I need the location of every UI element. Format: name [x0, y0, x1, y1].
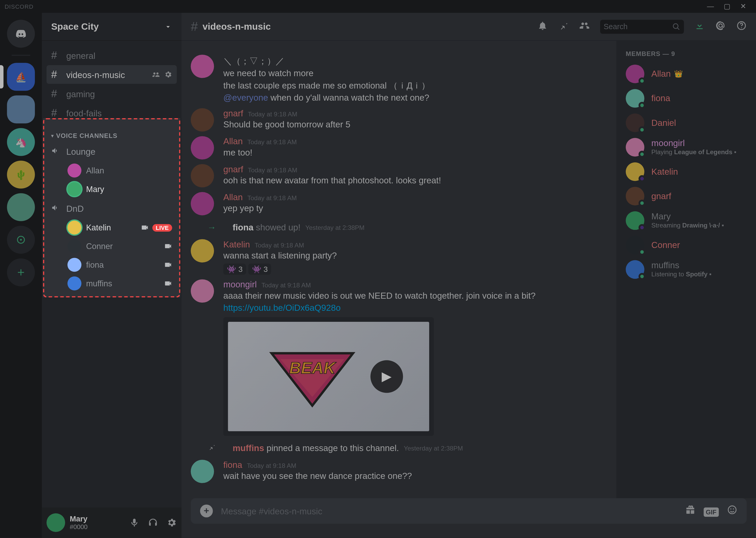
mic-icon[interactable]	[129, 517, 140, 528]
window-minimize-button[interactable]: —	[702, 2, 719, 11]
svg-point-7	[733, 508, 734, 509]
message-author[interactable]: gnarf	[223, 164, 243, 174]
voice-user[interactable]: Allan	[46, 161, 177, 180]
messages-list[interactable]: ＼（；▽；）／we need to watch morethe last cou…	[181, 41, 616, 498]
chat-header: # videos-n-music Search	[181, 13, 756, 41]
voice-user[interactable]: Mary	[46, 180, 177, 198]
voice-channel-item[interactable]: DnD	[46, 199, 177, 218]
camera-icon	[164, 261, 172, 269]
add-server-button[interactable]	[7, 258, 35, 286]
members-panel: MEMBERS — 9 Allan👑fionaDanielmoongirlPla…	[616, 41, 756, 498]
text-channel-item[interactable]: #food-fails	[46, 103, 177, 122]
pin-icon	[200, 443, 223, 453]
message-author[interactable]: Katelin	[223, 239, 250, 249]
voice-user[interactable]: muffins	[46, 274, 177, 293]
explore-button[interactable]	[7, 226, 35, 254]
avatar[interactable]	[191, 192, 214, 215]
home-button[interactable]	[7, 20, 35, 48]
message-link[interactable]: https://youtu.be/OiDx6aQ928o	[223, 303, 341, 313]
message-author[interactable]: moongirl	[223, 279, 257, 289]
window-maximize-button[interactable]: ▢	[719, 2, 735, 11]
guild-item[interactable]	[7, 95, 35, 123]
message-text: wanna start a listening party?	[223, 249, 607, 261]
avatar[interactable]	[191, 108, 214, 132]
voice-category-header[interactable]: ▾ VOICE CHANNELS	[42, 123, 182, 141]
member-item[interactable]: gnarf	[621, 184, 751, 208]
attach-button[interactable]: +	[200, 505, 213, 517]
message-author[interactable]: fiona	[223, 460, 242, 470]
member-name: muffins	[651, 260, 679, 271]
voice-user[interactable]: Conner	[46, 237, 177, 256]
voice-user-name: fiona	[86, 260, 104, 269]
avatar	[626, 89, 644, 108]
hash-icon: #	[51, 68, 63, 81]
search-input[interactable]: Search	[600, 20, 684, 33]
voice-user[interactable]: fiona	[46, 256, 177, 274]
message-timestamp: Today at 9:18 AM	[248, 111, 297, 118]
gif-button[interactable]: GIF	[703, 505, 719, 517]
mention[interactable]: @everyone	[223, 92, 268, 102]
text-channel-item[interactable]: #gaming	[46, 84, 177, 103]
avatar[interactable]	[191, 55, 214, 78]
video-embed[interactable]: BEAK▶	[223, 317, 434, 436]
guild-item[interactable]: 🌵	[7, 161, 35, 188]
guild-item[interactable]	[7, 193, 35, 221]
message-author[interactable]: gnarf	[223, 108, 243, 118]
text-channel-item[interactable]: #videos-n-music	[46, 65, 177, 84]
member-item[interactable]: fiona	[621, 86, 751, 111]
download-icon[interactable]	[694, 20, 705, 33]
avatar	[68, 182, 81, 196]
gear-icon[interactable]	[166, 517, 177, 528]
avatar[interactable]	[191, 164, 214, 188]
member-item[interactable]: muffinsListening to Spotify ▪	[621, 257, 751, 282]
voice-user[interactable]: KatelinLIVE	[46, 218, 177, 237]
message-author[interactable]: Allan	[223, 192, 243, 202]
message-author[interactable]: Allan	[223, 136, 243, 146]
invite-icon[interactable]	[152, 71, 161, 79]
chat-content: # videos-n-music Search ＼（；▽；）／we need t…	[181, 13, 756, 538]
server-header[interactable]: Space City	[42, 13, 182, 41]
system-user[interactable]: fiona	[233, 222, 253, 232]
status-indicator	[639, 78, 646, 84]
help-icon[interactable]	[736, 20, 747, 33]
avatar[interactable]	[191, 136, 214, 159]
message-timestamp: Today at 9:18 AM	[261, 282, 311, 289]
reaction[interactable]: 👾3	[223, 264, 246, 275]
window-close-button[interactable]: ✕	[735, 2, 751, 11]
channel-name: gaming	[67, 89, 95, 99]
message-text: yep yep ty	[223, 202, 607, 214]
member-item[interactable]: moongirlPlaying League of Legends ▪	[621, 135, 751, 159]
avatar[interactable]	[191, 239, 214, 263]
avatar[interactable]	[46, 513, 65, 532]
voice-user-name: Allan	[86, 166, 104, 175]
discord-logo-icon	[16, 28, 26, 39]
avatar[interactable]	[191, 279, 214, 303]
member-name: Mary	[651, 211, 671, 222]
reaction[interactable]: 👾3	[248, 264, 271, 275]
member-item[interactable]: Conner	[621, 233, 751, 257]
video-thumbnail: BEAK	[254, 342, 370, 411]
voice-channel-item[interactable]: Lounge	[46, 142, 177, 161]
member-item[interactable]: MaryStreaming Drawing \·a·/ ▪	[621, 208, 751, 233]
user-name: Mary	[70, 514, 88, 523]
gift-icon[interactable]	[685, 504, 695, 518]
avatar	[626, 211, 644, 230]
system-user[interactable]: muffins	[233, 443, 264, 453]
avatar[interactable]	[191, 460, 214, 483]
guild-item[interactable]: ⛵	[7, 63, 35, 91]
guild-item[interactable]: 🦄	[7, 128, 35, 156]
notifications-icon[interactable]	[537, 20, 548, 33]
mentions-icon[interactable]	[715, 20, 726, 33]
pinned-icon[interactable]	[558, 20, 569, 33]
speaker-icon	[51, 202, 63, 215]
emoji-picker-icon[interactable]	[727, 504, 737, 518]
headphones-icon[interactable]	[148, 517, 158, 528]
member-item[interactable]: Katelin	[621, 159, 751, 184]
text-channel-item[interactable]: #general	[46, 46, 177, 65]
message-input[interactable]: + Message #videos-n-music GIF	[191, 498, 747, 523]
members-toggle-icon[interactable]	[579, 20, 590, 33]
member-item[interactable]: Daniel	[621, 111, 751, 135]
guild-divider	[12, 55, 30, 56]
gear-icon[interactable]	[164, 71, 172, 79]
member-item[interactable]: Allan👑	[621, 62, 751, 86]
